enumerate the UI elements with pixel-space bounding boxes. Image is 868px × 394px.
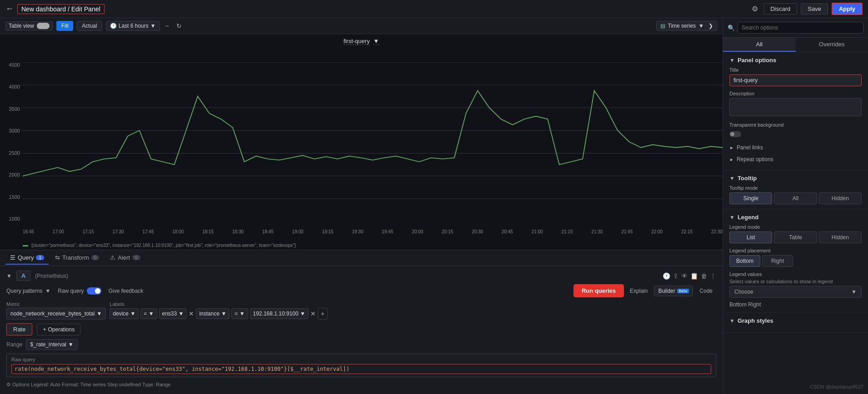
run-queries-button[interactable]: Run queries	[574, 285, 624, 297]
range-row: Range $_rate_interval ▼	[6, 339, 716, 350]
chevron-down-icon: ▼	[729, 57, 735, 64]
tooltip-header[interactable]: ▼ Tooltip	[729, 175, 862, 182]
code-button[interactable]: Code	[696, 286, 716, 296]
raw-query-switch[interactable]	[87, 287, 101, 295]
tab-overrides[interactable]: Overrides	[796, 38, 868, 52]
search-icon: 🔍	[728, 25, 735, 31]
operations-button[interactable]: + Operations	[37, 324, 80, 335]
tooltip-single-button[interactable]: Single	[729, 192, 772, 204]
tooltip-all-button[interactable]: All	[774, 192, 817, 204]
search-input[interactable]	[738, 22, 863, 34]
settings-icon[interactable]: ⚙	[752, 5, 758, 13]
chevron-down-icon: ▼	[130, 310, 135, 317]
range-selector[interactable]: $_rate_interval ▼	[26, 339, 77, 350]
tab-all[interactable]: All	[723, 38, 796, 52]
table-view-toggle[interactable]: Table view	[5, 21, 53, 30]
legend-list-button[interactable]: List	[729, 231, 772, 243]
apply-button[interactable]: Apply	[832, 3, 863, 15]
panel-links-label: Panel links	[737, 144, 763, 151]
drag-icon[interactable]: ⋮	[710, 272, 716, 280]
left-panel: Table view Fill Actual 🕐 Last 6 hours ▼ …	[0, 18, 723, 394]
label-key-instance[interactable]: instance ▼	[196, 308, 229, 319]
y-label: 3500	[9, 106, 20, 112]
x-label: 17:15	[83, 229, 94, 234]
query-options-row: Query patterns ▼ Raw query Give feedback…	[6, 285, 716, 297]
tooltip-mode-label: Tooltip mode	[729, 185, 862, 191]
builder-button[interactable]: Builder Beta	[654, 286, 693, 296]
label-filter-device: device ▼ = ▼ ens33 ▼ ✕	[110, 308, 194, 319]
actual-button[interactable]: Actual	[77, 21, 102, 31]
legend-placement-group: Bottom Right	[729, 255, 793, 267]
legend-values-choose[interactable]: Choose ▼	[729, 286, 862, 298]
choose-label: Choose	[734, 289, 753, 295]
transparent-bg-toggle[interactable]	[729, 131, 741, 137]
query-patterns-selector[interactable]: Query patterns ▼	[6, 288, 50, 294]
legend-right-button[interactable]: Right	[762, 255, 793, 267]
tooltip-section-label: Tooltip	[738, 175, 757, 182]
tooltip-hidden-button[interactable]: Hidden	[819, 192, 862, 204]
y-label: 2000	[9, 172, 20, 177]
tab-transform[interactable]: ⇆ Transform 0	[50, 251, 104, 265]
chevron-down-icon: ▼	[729, 318, 735, 324]
label-val-instance[interactable]: 192.168.1.10:9100 ▼	[250, 308, 309, 319]
tab-alert[interactable]: ⚠ Alert 0	[105, 251, 145, 265]
time-range-picker[interactable]: 🕐 Last 6 hours ▼	[106, 21, 160, 31]
search-box: 🔍	[723, 18, 868, 38]
label-op-device[interactable]: = ▼	[140, 308, 157, 319]
legend-section-label: Legend	[738, 214, 758, 221]
topbar: ← New dashboard / Edit Panel ⚙ Discard S…	[0, 0, 868, 18]
x-axis: 16:45 17:00 17:15 17:30 17:45 18:00 18:1…	[23, 228, 723, 235]
copy-icon[interactable]: 📋	[690, 272, 698, 280]
panel-title-input[interactable]	[729, 74, 862, 86]
metric-selector[interactable]: node_network_receive_bytes_total ▼	[6, 308, 106, 320]
label-key-device[interactable]: device ▼	[110, 308, 139, 319]
back-button[interactable]: ←	[5, 4, 14, 14]
delete-icon[interactable]: 🗑	[701, 272, 707, 280]
legend-header[interactable]: ▼ Legend	[729, 214, 862, 221]
discard-button[interactable]: Discard	[763, 3, 797, 15]
vis-type-icon: ▤	[660, 23, 665, 29]
chart-title-bar[interactable]: first-query ▼	[0, 34, 723, 48]
vis-type-selector[interactable]: ▤ Time series ▼ ❯	[656, 21, 717, 31]
label-val-device[interactable]: ens33 ▼	[159, 308, 187, 319]
clock-icon: 🕐	[110, 23, 117, 29]
give-feedback-link[interactable]: Give feedback	[109, 288, 144, 294]
label-remove-instance[interactable]: ✕	[310, 310, 316, 317]
label-remove-device[interactable]: ✕	[189, 310, 194, 317]
x-label: 20:45	[502, 229, 513, 234]
rate-button[interactable]: Rate	[6, 323, 32, 335]
bottom-right-label: Bottom Right	[729, 301, 862, 308]
add-label-button[interactable]: +	[318, 308, 328, 320]
chevron-down-icon: ▼	[300, 310, 305, 317]
legend-table-button[interactable]: Table	[774, 231, 817, 243]
label-op-instance[interactable]: = ▼	[231, 308, 248, 319]
legend-hidden-button[interactable]: Hidden	[819, 231, 862, 243]
save-button[interactable]: Save	[801, 3, 828, 15]
tab-query[interactable]: ☰ Query 1	[5, 251, 49, 265]
raw-query-toggle[interactable]: Raw query	[58, 287, 101, 295]
legend-mode-group: List Table Hidden	[729, 231, 862, 243]
fill-button[interactable]: Fill	[56, 21, 73, 31]
y-label: 2500	[9, 150, 20, 156]
collapse-icon[interactable]: ▼	[6, 273, 12, 279]
source-badge[interactable]: A	[16, 271, 30, 281]
zoom-out-button[interactable]: −	[164, 21, 171, 30]
panel-links-link[interactable]: ► Panel links	[729, 142, 862, 153]
repeat-options-link[interactable]: ► Repeat options	[729, 153, 862, 165]
options-label: ⚙ Options Legend: Auto Format: Time seri…	[6, 382, 170, 387]
graph-styles-header[interactable]: ▼ Graph styles	[729, 317, 862, 324]
transparent-bg-row: Transparent background	[729, 122, 862, 129]
table-view-dot[interactable]	[37, 23, 50, 29]
explain-button[interactable]: Explain	[626, 286, 651, 296]
graph-styles-label: Graph styles	[738, 317, 773, 324]
source-icons: 🕐 ⇪ 👁 📋 🗑 ⋮	[663, 272, 716, 280]
refresh-button[interactable]: ↻	[175, 21, 184, 30]
legend-bottom-button[interactable]: Bottom	[729, 255, 760, 267]
share-icon[interactable]: ⇪	[673, 272, 678, 280]
panel-options-header[interactable]: ▼ Panel options	[729, 57, 862, 64]
eye-icon[interactable]: 👁	[681, 272, 688, 280]
alert-icon: ⚠	[110, 254, 115, 261]
all-overrides-tabs: All Overrides	[723, 38, 868, 52]
options-row[interactable]: ⚙ Options Legend: Auto Format: Time seri…	[6, 380, 716, 389]
panel-description-input[interactable]	[729, 98, 862, 116]
